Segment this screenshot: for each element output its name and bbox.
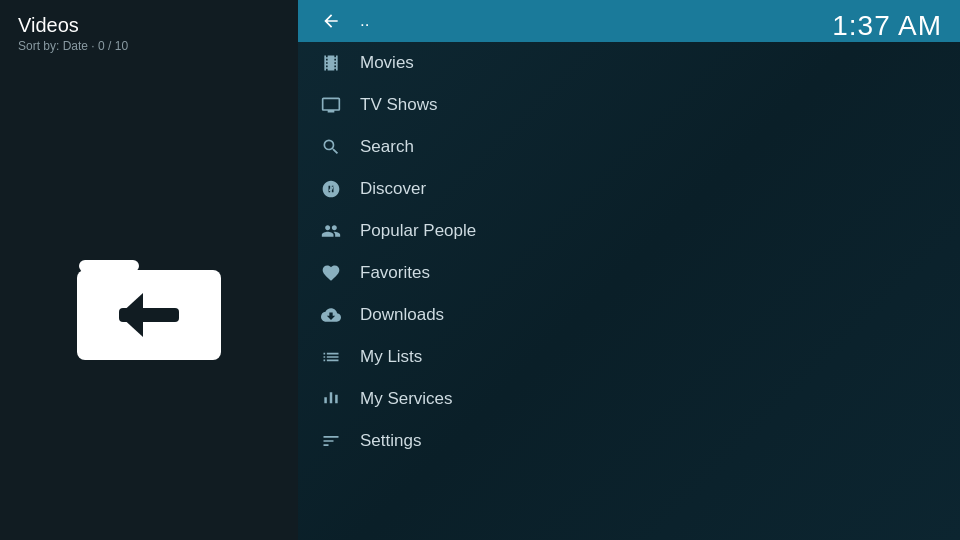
- top-bar: Videos Sort by: Date · 0 / 10: [0, 0, 298, 59]
- menu-item-favorites[interactable]: Favorites: [298, 252, 960, 294]
- menu-item-discover-label: Discover: [360, 179, 426, 199]
- menu-item-my-lists-label: My Lists: [360, 347, 422, 367]
- downloads-icon: [318, 304, 344, 326]
- menu-item-my-services-label: My Services: [360, 389, 453, 409]
- movies-icon: [318, 52, 344, 74]
- menu-item-settings-label: Settings: [360, 431, 421, 451]
- search-icon: [318, 136, 344, 158]
- right-panel: .. Movies TV Shows: [298, 0, 960, 540]
- menu-item-popular-people-label: Popular People: [360, 221, 476, 241]
- menu-list: .. Movies TV Shows: [298, 0, 960, 462]
- favorites-icon: [318, 262, 344, 284]
- menu-item-back[interactable]: ..: [298, 0, 960, 42]
- left-panel: Videos Sort by: Date · 0 / 10: [0, 0, 298, 540]
- menu-item-my-lists[interactable]: My Lists: [298, 336, 960, 378]
- back-icon: [318, 10, 344, 32]
- services-icon: [318, 388, 344, 410]
- menu-item-movies[interactable]: Movies: [298, 42, 960, 84]
- menu-item-search[interactable]: Search: [298, 126, 960, 168]
- menu-item-discover[interactable]: Discover: [298, 168, 960, 210]
- menu-item-tvshows-label: TV Shows: [360, 95, 437, 115]
- menu-item-favorites-label: Favorites: [360, 263, 430, 283]
- menu-item-popular-people[interactable]: Popular People: [298, 210, 960, 252]
- sort-info: Sort by: Date · 0 / 10: [18, 39, 280, 53]
- folder-back-icon: [69, 230, 229, 370]
- menu-item-movies-label: Movies: [360, 53, 414, 73]
- menu-item-downloads-label: Downloads: [360, 305, 444, 325]
- settings-icon: [318, 430, 344, 452]
- list-icon: [318, 346, 344, 368]
- app-title: Videos: [18, 14, 280, 37]
- menu-item-settings[interactable]: Settings: [298, 420, 960, 462]
- menu-item-search-label: Search: [360, 137, 414, 157]
- tv-icon: [318, 94, 344, 116]
- menu-item-back-label: ..: [360, 11, 369, 31]
- menu-item-my-services[interactable]: My Services: [298, 378, 960, 420]
- people-icon: [318, 220, 344, 242]
- menu-item-tvshows[interactable]: TV Shows: [298, 84, 960, 126]
- menu-item-downloads[interactable]: Downloads: [298, 294, 960, 336]
- folder-icon-container: [0, 59, 298, 540]
- discover-icon: [318, 178, 344, 200]
